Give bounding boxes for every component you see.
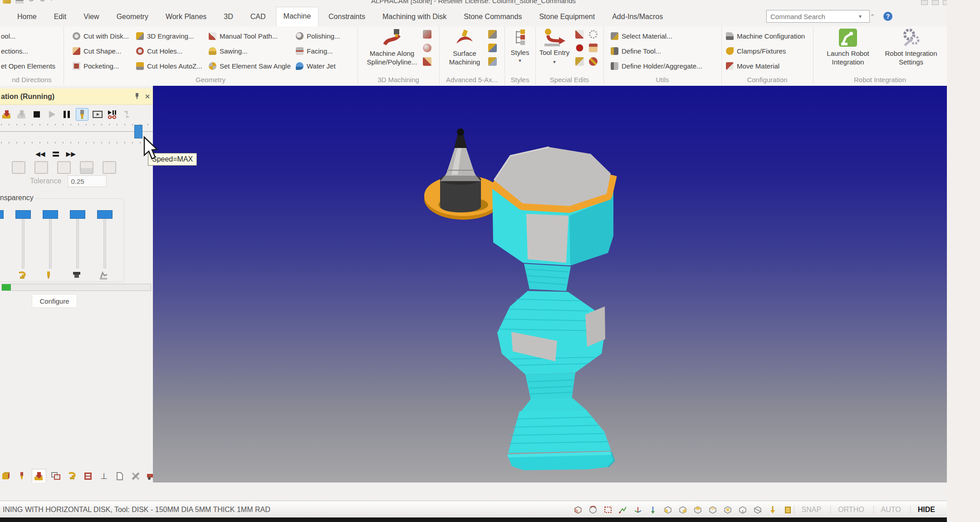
toggle-hide[interactable]: HIDE — [910, 506, 942, 514]
tool-display-icon[interactable] — [16, 470, 28, 482]
material-block-icon[interactable] — [783, 505, 792, 514]
simulation-mode-icon[interactable] — [32, 469, 46, 483]
tab-edit[interactable]: Edit — [54, 8, 67, 26]
record-option3-icon[interactable] — [57, 161, 71, 174]
sim-snapshot-button[interactable] — [92, 108, 103, 120]
sim-step-mode-button[interactable] — [107, 108, 118, 120]
simulation-panel-header[interactable]: ation (Running) ✕ — [0, 89, 153, 105]
tab-stone-commands[interactable]: Stone Commands — [464, 8, 522, 26]
view-iso2-icon[interactable] — [753, 505, 762, 514]
speed-faster-button[interactable]: ▶▶ — [66, 150, 76, 158]
tab-view[interactable]: View — [83, 8, 99, 26]
ribbon-item-select-material[interactable]: Select Material... — [611, 29, 702, 44]
nccode-grid-icon[interactable] — [82, 470, 94, 482]
transparency-handle-2[interactable] — [15, 210, 31, 219]
ribbon-item-move-material[interactable]: Move Material — [726, 59, 805, 74]
report-icon[interactable] — [103, 161, 116, 174]
toggle-auto[interactable]: AUTO — [873, 506, 908, 514]
tab-cad[interactable]: CAD — [250, 8, 266, 26]
copy-path-icon[interactable] — [575, 57, 584, 66]
sim-play-button[interactable] — [46, 108, 58, 120]
ribbon-item-set-open-elements[interactable]: et Open Elements — [1, 59, 55, 74]
view-back-icon[interactable] — [708, 505, 717, 514]
styles-button[interactable]: Styles ▾ — [507, 28, 533, 62]
tab-machine[interactable]: Machine — [276, 7, 318, 26]
configure-button[interactable]: Configure — [32, 294, 77, 308]
help-icon[interactable]: ? — [883, 12, 892, 21]
tab-stone-equipment[interactable]: Stone Equipment — [539, 8, 595, 26]
speed-normal-button[interactable] — [53, 152, 59, 157]
ribbon-item-manual-tool-path[interactable]: Manual Tool Path... — [209, 29, 291, 44]
perpendicular-icon[interactable]: ⊥ — [98, 470, 110, 482]
tab-machining-with-disk[interactable]: Machining with Disk — [382, 8, 446, 26]
ribbon-item-clamps-fixtures[interactable]: Clamps/Fixtures — [726, 44, 805, 59]
record-option2-icon[interactable] — [34, 161, 48, 174]
adv5ax-icon-1[interactable] — [488, 30, 497, 39]
toggle-ortho[interactable]: ORTHO — [830, 506, 871, 514]
surface-machining-button[interactable]: Surface Machining — [443, 28, 486, 66]
ribbon-item-facing[interactable]: Facing... — [296, 44, 340, 59]
axes-z-down-icon[interactable] — [648, 505, 657, 514]
ribbon-item-cut-holes-autoz[interactable]: Cut Holes AutoZ... — [136, 59, 202, 74]
copy-view-icon[interactable] — [50, 470, 62, 482]
ribbon-item-polishing[interactable]: Polishing... — [296, 29, 340, 44]
tool-entry-button[interactable]: Tool Entry ▾ — [537, 28, 572, 65]
drop-z-icon[interactable] — [768, 505, 777, 514]
machine-along-spline-button[interactable]: Machine Along Spline/Polyline... — [364, 28, 420, 66]
sim-stop-button[interactable] — [31, 108, 43, 120]
view-top-icon[interactable] — [723, 505, 732, 514]
sphere-machining-icon[interactable] — [423, 44, 431, 52]
sim-pause-button[interactable] — [61, 108, 73, 120]
view-right-icon[interactable] — [693, 505, 702, 514]
shaded-view-icon[interactable] — [573, 505, 583, 514]
tab-home[interactable]: Home — [17, 8, 37, 26]
ribbon-item-tool[interactable]: ool... — [1, 29, 55, 44]
maximize-button[interactable] — [932, 0, 939, 5]
axes-xyz-icon[interactable] — [633, 505, 642, 514]
pin-icon[interactable] — [131, 93, 142, 101]
ribbon-item-set-element-saw-angle[interactable]: Set Element Saw Angle — [209, 59, 291, 74]
transparency-handle-4[interactable] — [70, 210, 85, 219]
engrave-spline-icon[interactable] — [423, 30, 431, 39]
ribbon-item-cut-holes[interactable]: Cut Holes... — [136, 44, 202, 59]
ribbon-item-cut-shape[interactable]: Cut Shape... — [73, 44, 129, 59]
lead-point-icon[interactable] — [575, 44, 584, 52]
corner-edit-icon[interactable] — [575, 30, 584, 39]
ribbon-item-machine-configuration[interactable]: Machine Configuration — [726, 29, 805, 44]
speed-slider-handle[interactable] — [134, 125, 142, 138]
adv5ax-icon-2[interactable] — [488, 44, 497, 52]
regenerate-icon[interactable] — [589, 30, 598, 39]
view-front-icon[interactable] — [678, 505, 687, 514]
transparency-track-4[interactable] — [76, 217, 79, 268]
tab-addins-macros[interactable]: Add-Ins/Macros — [612, 8, 663, 26]
speed-slower-button[interactable]: ◀◀ — [35, 150, 45, 158]
adv5ax-icon-3[interactable] — [488, 57, 497, 66]
sim-save-toolpath-icon[interactable] — [1, 108, 13, 120]
tool-table-icon[interactable] — [589, 44, 598, 52]
transparency-handle-3[interactable] — [43, 210, 58, 219]
tab-geometry[interactable]: Geometry — [117, 8, 148, 26]
ribbon-item-define-tool[interactable]: Define Tool... — [611, 44, 702, 59]
ribbon-item-define-holder[interactable]: Define Holder/Aggregate... — [611, 59, 702, 74]
sim-save-disabled-icon[interactable] — [16, 108, 28, 120]
close-panel-icon[interactable]: ✕ — [142, 93, 153, 101]
robot-integration-settings-button[interactable]: Robot Integration Settings — [881, 28, 941, 66]
close-button[interactable] — [943, 0, 947, 5]
ribbon-item-directions[interactable]: ections... — [1, 44, 55, 59]
launch-robot-integration-button[interactable]: Launch Robot Integration — [819, 28, 877, 66]
view-left-icon[interactable] — [663, 505, 672, 514]
transparency-track-3[interactable] — [49, 217, 52, 268]
document-icon[interactable] — [114, 470, 126, 482]
tab-work-planes[interactable]: Work Planes — [166, 8, 206, 26]
tolerance-input[interactable] — [68, 175, 107, 187]
sim-show-tool-button[interactable] — [76, 108, 88, 121]
tab-3d[interactable]: 3D — [224, 8, 233, 26]
rotate-view-icon[interactable] — [588, 505, 598, 514]
sim-option-disabled-icon[interactable] — [122, 108, 133, 120]
command-search-input[interactable] — [766, 10, 870, 23]
view-iso-icon[interactable] — [738, 505, 747, 514]
toggle-snap[interactable]: SNAP — [794, 506, 829, 514]
zoom-window-icon[interactable] — [603, 505, 612, 514]
collapse-ribbon-icon[interactable]: ⌃ — [868, 12, 877, 21]
transparency-track-5[interactable] — [103, 217, 106, 268]
